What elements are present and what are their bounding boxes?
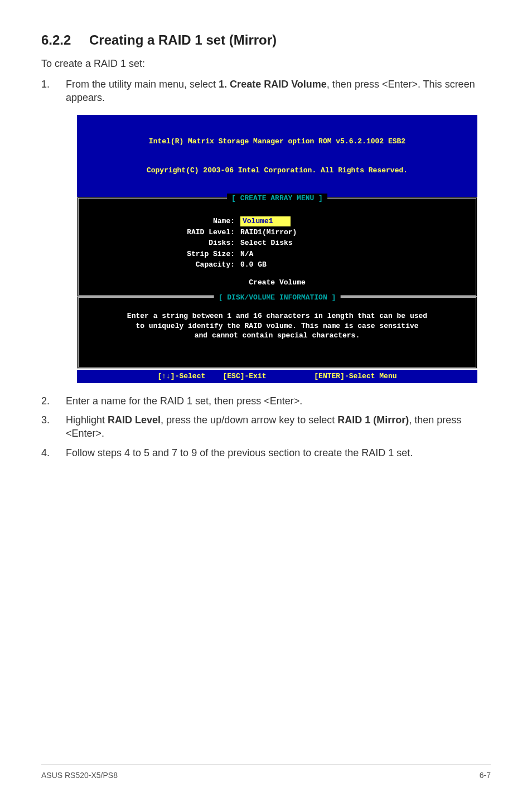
help-line: to uniquely identify the RAID volume. Th… <box>90 321 465 331</box>
step-bold: 1. Create RAID Volume <box>219 79 327 90</box>
field-value[interactable]: Select Disks <box>240 238 293 248</box>
bios-footer-keys: [↑↓]-Select [ESC]-Exit [ENTER]-Select Me… <box>77 370 477 383</box>
footer-page-number: 6-7 <box>480 771 491 780</box>
step-3: 3. Highlight RAID Level, press the up/do… <box>41 413 491 441</box>
bios-header-line2: Copyright(C) 2003-06 Intel Corporation. … <box>77 166 477 176</box>
field-disks: Disks: Select Disks <box>90 238 465 248</box>
field-value: N/A <box>240 249 253 259</box>
field-label: RAID Level: <box>90 228 240 238</box>
bios-screenshot: Intel(R) Matrix Storage Manager option R… <box>77 115 477 383</box>
bios-header-line1: Intel(R) Matrix Storage Manager option R… <box>77 137 477 147</box>
panel-title: [ DISK/VOLUME INFORMATION ] <box>214 293 341 303</box>
help-line: Enter a string between 1 and 16 characte… <box>90 311 465 321</box>
field-value: 0.0 GB <box>240 260 267 270</box>
step-body: Follow steps 4 to 5 and 7 to 9 of the pr… <box>66 446 491 460</box>
help-text: Enter a string between 1 and 16 characte… <box>90 311 465 341</box>
create-array-panel: [ CREATE ARRAY MENU ] Name: Volume1 RAID… <box>77 197 477 297</box>
step-body: Highlight RAID Level, press the up/down … <box>66 413 491 441</box>
step-number: 3. <box>41 413 66 441</box>
step-number: 4. <box>41 446 66 460</box>
field-strip-size: Strip Size: N/A <box>90 249 465 259</box>
page-footer: ASUS RS520-X5/PS8 6-7 <box>41 765 491 780</box>
step-text: From the utility main menu, select <box>66 79 219 90</box>
field-label: Name: <box>90 216 240 226</box>
field-value[interactable]: RAID1(Mirror) <box>240 228 297 238</box>
step-4: 4. Follow steps 4 to 5 and 7 to 9 of the… <box>41 446 491 460</box>
field-name: Name: Volume1 <box>90 216 465 226</box>
step-2: 2. Enter a name for the RAID 1 set, then… <box>41 394 491 408</box>
step-number: 2. <box>41 394 66 408</box>
intro-text: To create a RAID 1 set: <box>41 58 491 70</box>
step-bold: RAID 1 (Mirror) <box>337 414 409 426</box>
disk-volume-info-panel: [ DISK/VOLUME INFORMATION ] Enter a stri… <box>77 296 477 369</box>
help-line: and cannot contain special characters. <box>90 331 465 341</box>
bios-header: Intel(R) Matrix Storage Manager option R… <box>77 115 477 197</box>
step-bold: RAID Level <box>108 414 161 426</box>
step-number: 1. <box>41 78 66 105</box>
field-label: Disks: <box>90 238 240 248</box>
name-input[interactable]: Volume1 <box>240 216 291 226</box>
field-label: Capacity: <box>90 260 240 270</box>
field-label: Strip Size: <box>90 249 240 259</box>
section-heading: 6.2.2Creating a RAID 1 set (Mirror) <box>41 32 491 48</box>
footer-product: ASUS RS520-X5/PS8 <box>41 771 118 780</box>
step-text: , press the up/down arrow key to select <box>161 414 337 426</box>
step-body: Enter a name for the RAID 1 set, then pr… <box>66 394 491 408</box>
section-number: 6.2.2 <box>41 32 89 48</box>
create-volume-action[interactable]: Create Volume <box>90 278 465 288</box>
section-title-text: Creating a RAID 1 set (Mirror) <box>89 32 277 47</box>
field-raid-level: RAID Level: RAID1(Mirror) <box>90 228 465 238</box>
step-body: From the utility main menu, select 1. Cr… <box>66 78 491 105</box>
panel-title: [ CREATE ARRAY MENU ] <box>227 194 327 204</box>
step-text: Highlight <box>66 414 108 426</box>
step-1: 1. From the utility main menu, select 1.… <box>41 78 491 105</box>
field-capacity: Capacity: 0.0 GB <box>90 260 465 270</box>
